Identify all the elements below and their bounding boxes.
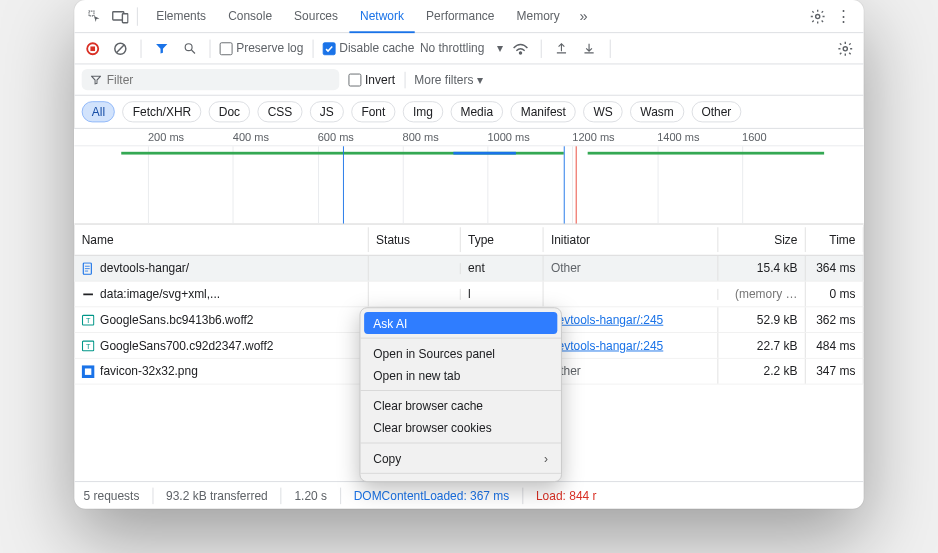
search-icon[interactable] bbox=[178, 37, 200, 59]
col-size[interactable]: Size bbox=[718, 227, 805, 252]
chip-js[interactable]: JS bbox=[310, 101, 344, 122]
request-status bbox=[369, 263, 461, 274]
chip-all[interactable]: All bbox=[82, 101, 116, 122]
upload-har-icon[interactable] bbox=[551, 37, 573, 59]
clear-button[interactable] bbox=[109, 37, 131, 59]
tick: 800 ms bbox=[403, 131, 488, 144]
request-row[interactable]: data:image/svg+xml,...l(memory …0 ms bbox=[74, 282, 863, 308]
requests-header: Name Status Type Initiator Size Time bbox=[74, 224, 863, 255]
svg-line-7 bbox=[117, 45, 124, 52]
more-filters-label: More filters bbox=[414, 73, 473, 87]
svg-rect-5 bbox=[90, 46, 95, 51]
tab-console[interactable]: Console bbox=[217, 0, 283, 33]
chip-font[interactable]: Font bbox=[351, 101, 395, 122]
col-type[interactable]: Type bbox=[461, 227, 544, 252]
tab-performance[interactable]: Performance bbox=[415, 0, 506, 33]
disable-cache-label: Disable cache bbox=[339, 41, 414, 55]
svg-point-3 bbox=[816, 14, 820, 18]
tick: 400 ms bbox=[233, 131, 318, 144]
request-size: (memory … bbox=[718, 282, 805, 307]
throttling-select[interactable]: No throttling ▾ bbox=[420, 41, 504, 55]
col-status[interactable]: Status bbox=[369, 227, 461, 252]
initiator-other: Other bbox=[551, 261, 581, 275]
chip-fetch-xhr[interactable]: Fetch/XHR bbox=[123, 101, 202, 122]
invert-checkbox[interactable]: Invert bbox=[348, 73, 394, 87]
col-initiator[interactable]: Initiator bbox=[544, 227, 719, 252]
filter-input[interactable] bbox=[82, 69, 340, 90]
filter-bar: Invert More filters▾ bbox=[74, 64, 863, 95]
dash-icon bbox=[82, 288, 95, 301]
chip-ws[interactable]: WS bbox=[583, 101, 623, 122]
request-name: favicon-32x32.png bbox=[100, 364, 198, 378]
request-name: GoogleSans700.c92d2347.woff2 bbox=[100, 339, 273, 353]
filter-text-field[interactable] bbox=[107, 73, 330, 87]
context-clear-cookies[interactable]: Clear browser cookies bbox=[360, 417, 561, 439]
network-toolbar: Preserve log Disable cache No throttling… bbox=[74, 33, 863, 64]
svg-rect-0 bbox=[89, 11, 94, 16]
font-icon: T bbox=[82, 339, 95, 352]
chip-media[interactable]: Media bbox=[450, 101, 503, 122]
tab-sources[interactable]: Sources bbox=[283, 0, 349, 33]
inspect-icon[interactable] bbox=[82, 3, 108, 29]
svg-point-10 bbox=[519, 51, 521, 53]
request-initiator: devtools-hangar/:245 bbox=[544, 307, 719, 332]
chip-css[interactable]: CSS bbox=[258, 101, 303, 122]
context-clear-cache[interactable]: Clear browser cache bbox=[360, 395, 561, 417]
chip-other[interactable]: Other bbox=[691, 101, 741, 122]
context-menu: Ask AI Open in Sources panel Open in new… bbox=[360, 307, 562, 482]
kebab-menu-icon[interactable] bbox=[831, 3, 857, 29]
request-size: 52.9 kB bbox=[718, 307, 805, 332]
request-type: l bbox=[461, 282, 544, 307]
request-name: GoogleSans.bc9413b6.woff2 bbox=[100, 313, 253, 327]
network-conditions-icon[interactable] bbox=[509, 37, 531, 59]
svg-point-8 bbox=[185, 44, 192, 51]
chip-doc[interactable]: Doc bbox=[209, 101, 251, 122]
download-har-icon[interactable] bbox=[578, 37, 600, 59]
tab-network[interactable]: Network bbox=[349, 0, 415, 33]
request-row[interactable]: devtools-hangar/entOther15.4 kB364 ms bbox=[74, 256, 863, 282]
settings-gear-icon[interactable] bbox=[805, 3, 831, 29]
preserve-log-checkbox[interactable]: Preserve log bbox=[220, 41, 304, 55]
initiator-link[interactable]: devtools-hangar/:245 bbox=[551, 339, 663, 353]
svg-line-9 bbox=[191, 50, 194, 53]
context-open-in-sources[interactable]: Open in Sources panel bbox=[360, 342, 561, 364]
disable-cache-checkbox[interactable]: Disable cache bbox=[323, 41, 415, 55]
more-filters-dropdown[interactable]: More filters▾ bbox=[414, 73, 483, 87]
chevron-right-icon: › bbox=[544, 451, 548, 465]
svg-point-11 bbox=[843, 46, 847, 50]
img-icon bbox=[82, 365, 95, 378]
tab-elements[interactable]: Elements bbox=[145, 0, 217, 33]
initiator-link[interactable]: devtools-hangar/:245 bbox=[551, 313, 663, 327]
font-icon: T bbox=[82, 313, 95, 326]
col-time[interactable]: Time bbox=[806, 227, 864, 252]
chip-manifest[interactable]: Manifest bbox=[511, 101, 576, 122]
device-toggle-icon[interactable] bbox=[107, 3, 133, 29]
filter-toggle-icon[interactable] bbox=[151, 37, 173, 59]
finish-time: 1.20 s bbox=[294, 489, 327, 503]
chip-wasm[interactable]: Wasm bbox=[630, 101, 684, 122]
panel-settings-gear-icon[interactable] bbox=[834, 37, 856, 59]
request-initiator: devtools-hangar/:245 bbox=[544, 333, 719, 358]
tick: 200 ms bbox=[148, 131, 233, 144]
overview-timeline[interactable]: 200 ms400 ms600 ms800 ms1000 ms1200 ms14… bbox=[74, 129, 863, 225]
record-button[interactable] bbox=[82, 37, 104, 59]
request-time: 347 ms bbox=[806, 359, 864, 384]
context-open-in-new-tab[interactable]: Open in new tab bbox=[360, 364, 561, 386]
tick: 600 ms bbox=[318, 131, 403, 144]
resource-type-chips: AllFetch/XHRDocCSSJSFontImgMediaManifest… bbox=[74, 96, 863, 129]
request-time: 364 ms bbox=[806, 256, 864, 281]
request-name: devtools-hangar/ bbox=[100, 261, 189, 275]
col-name[interactable]: Name bbox=[74, 227, 368, 252]
request-size: 22.7 kB bbox=[718, 333, 805, 358]
context-ask-ai[interactable]: Ask AI bbox=[364, 312, 557, 334]
context-copy[interactable]: Copy› bbox=[360, 447, 561, 469]
more-tabs-icon[interactable]: » bbox=[571, 3, 597, 29]
request-time: 0 ms bbox=[806, 282, 864, 307]
throttling-label: No throttling bbox=[420, 41, 484, 55]
invert-label: Invert bbox=[365, 73, 395, 87]
chip-img[interactable]: Img bbox=[403, 101, 443, 122]
svg-text:T: T bbox=[86, 342, 91, 351]
status-bar: 5 requests 93.2 kB transferred 1.20 s DO… bbox=[74, 481, 863, 509]
request-time: 484 ms bbox=[806, 333, 864, 358]
tab-memory[interactable]: Memory bbox=[506, 0, 571, 33]
